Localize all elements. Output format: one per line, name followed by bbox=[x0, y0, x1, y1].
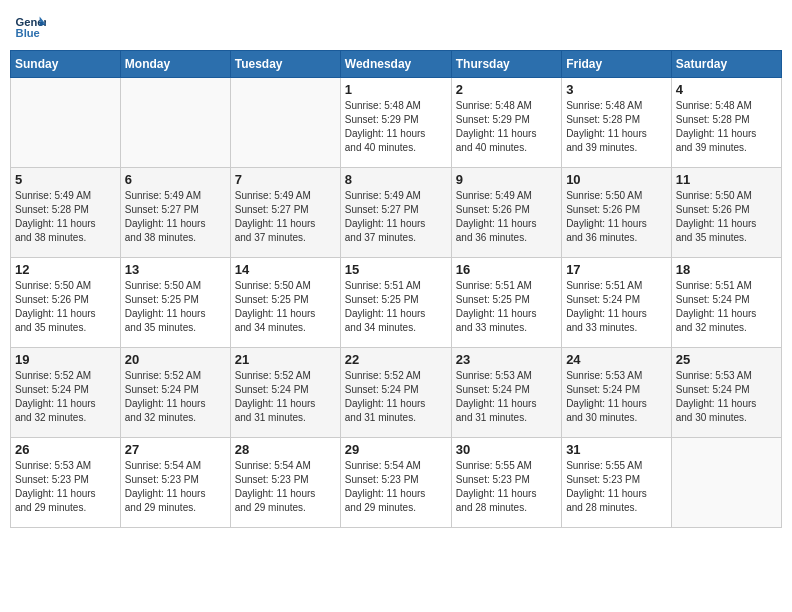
day-number: 24 bbox=[566, 352, 667, 367]
logo-icon: General Blue bbox=[14, 10, 46, 42]
day-number: 2 bbox=[456, 82, 557, 97]
day-number: 21 bbox=[235, 352, 336, 367]
calendar-cell: 13Sunrise: 5:50 AM Sunset: 5:25 PM Dayli… bbox=[120, 258, 230, 348]
day-number: 3 bbox=[566, 82, 667, 97]
day-info: Sunrise: 5:54 AM Sunset: 5:23 PM Dayligh… bbox=[345, 459, 447, 515]
calendar-cell: 15Sunrise: 5:51 AM Sunset: 5:25 PM Dayli… bbox=[340, 258, 451, 348]
day-number: 16 bbox=[456, 262, 557, 277]
day-info: Sunrise: 5:49 AM Sunset: 5:27 PM Dayligh… bbox=[235, 189, 336, 245]
day-info: Sunrise: 5:52 AM Sunset: 5:24 PM Dayligh… bbox=[125, 369, 226, 425]
calendar-cell: 31Sunrise: 5:55 AM Sunset: 5:23 PM Dayli… bbox=[562, 438, 672, 528]
day-number: 28 bbox=[235, 442, 336, 457]
calendar-cell: 9Sunrise: 5:49 AM Sunset: 5:26 PM Daylig… bbox=[451, 168, 561, 258]
calendar-cell bbox=[120, 78, 230, 168]
day-number: 20 bbox=[125, 352, 226, 367]
col-header-friday: Friday bbox=[562, 51, 672, 78]
day-number: 6 bbox=[125, 172, 226, 187]
day-number: 8 bbox=[345, 172, 447, 187]
col-header-thursday: Thursday bbox=[451, 51, 561, 78]
calendar-cell: 19Sunrise: 5:52 AM Sunset: 5:24 PM Dayli… bbox=[11, 348, 121, 438]
day-number: 1 bbox=[345, 82, 447, 97]
calendar-cell: 23Sunrise: 5:53 AM Sunset: 5:24 PM Dayli… bbox=[451, 348, 561, 438]
col-header-wednesday: Wednesday bbox=[340, 51, 451, 78]
day-number: 14 bbox=[235, 262, 336, 277]
day-info: Sunrise: 5:51 AM Sunset: 5:24 PM Dayligh… bbox=[676, 279, 777, 335]
day-info: Sunrise: 5:53 AM Sunset: 5:24 PM Dayligh… bbox=[566, 369, 667, 425]
day-info: Sunrise: 5:48 AM Sunset: 5:29 PM Dayligh… bbox=[345, 99, 447, 155]
day-number: 9 bbox=[456, 172, 557, 187]
day-info: Sunrise: 5:48 AM Sunset: 5:28 PM Dayligh… bbox=[676, 99, 777, 155]
day-number: 12 bbox=[15, 262, 116, 277]
calendar-cell: 30Sunrise: 5:55 AM Sunset: 5:23 PM Dayli… bbox=[451, 438, 561, 528]
day-info: Sunrise: 5:53 AM Sunset: 5:24 PM Dayligh… bbox=[456, 369, 557, 425]
day-info: Sunrise: 5:50 AM Sunset: 5:25 PM Dayligh… bbox=[235, 279, 336, 335]
calendar-week-1: 1Sunrise: 5:48 AM Sunset: 5:29 PM Daylig… bbox=[11, 78, 782, 168]
day-info: Sunrise: 5:50 AM Sunset: 5:26 PM Dayligh… bbox=[676, 189, 777, 245]
day-info: Sunrise: 5:48 AM Sunset: 5:29 PM Dayligh… bbox=[456, 99, 557, 155]
svg-text:Blue: Blue bbox=[16, 27, 40, 39]
calendar-cell bbox=[671, 438, 781, 528]
calendar-cell: 27Sunrise: 5:54 AM Sunset: 5:23 PM Dayli… bbox=[120, 438, 230, 528]
day-info: Sunrise: 5:53 AM Sunset: 5:24 PM Dayligh… bbox=[676, 369, 777, 425]
calendar-cell: 29Sunrise: 5:54 AM Sunset: 5:23 PM Dayli… bbox=[340, 438, 451, 528]
day-info: Sunrise: 5:49 AM Sunset: 5:28 PM Dayligh… bbox=[15, 189, 116, 245]
calendar-week-2: 5Sunrise: 5:49 AM Sunset: 5:28 PM Daylig… bbox=[11, 168, 782, 258]
day-number: 17 bbox=[566, 262, 667, 277]
calendar-cell: 24Sunrise: 5:53 AM Sunset: 5:24 PM Dayli… bbox=[562, 348, 672, 438]
day-info: Sunrise: 5:52 AM Sunset: 5:24 PM Dayligh… bbox=[235, 369, 336, 425]
day-info: Sunrise: 5:48 AM Sunset: 5:28 PM Dayligh… bbox=[566, 99, 667, 155]
calendar-cell: 5Sunrise: 5:49 AM Sunset: 5:28 PM Daylig… bbox=[11, 168, 121, 258]
day-number: 25 bbox=[676, 352, 777, 367]
calendar-cell: 2Sunrise: 5:48 AM Sunset: 5:29 PM Daylig… bbox=[451, 78, 561, 168]
day-number: 11 bbox=[676, 172, 777, 187]
calendar-cell: 18Sunrise: 5:51 AM Sunset: 5:24 PM Dayli… bbox=[671, 258, 781, 348]
day-number: 5 bbox=[15, 172, 116, 187]
day-info: Sunrise: 5:51 AM Sunset: 5:24 PM Dayligh… bbox=[566, 279, 667, 335]
day-number: 7 bbox=[235, 172, 336, 187]
day-number: 22 bbox=[345, 352, 447, 367]
calendar-cell: 12Sunrise: 5:50 AM Sunset: 5:26 PM Dayli… bbox=[11, 258, 121, 348]
calendar-cell: 10Sunrise: 5:50 AM Sunset: 5:26 PM Dayli… bbox=[562, 168, 672, 258]
day-info: Sunrise: 5:55 AM Sunset: 5:23 PM Dayligh… bbox=[456, 459, 557, 515]
calendar-cell: 8Sunrise: 5:49 AM Sunset: 5:27 PM Daylig… bbox=[340, 168, 451, 258]
calendar-cell: 26Sunrise: 5:53 AM Sunset: 5:23 PM Dayli… bbox=[11, 438, 121, 528]
calendar-cell: 7Sunrise: 5:49 AM Sunset: 5:27 PM Daylig… bbox=[230, 168, 340, 258]
day-number: 15 bbox=[345, 262, 447, 277]
day-number: 4 bbox=[676, 82, 777, 97]
day-number: 13 bbox=[125, 262, 226, 277]
calendar-week-4: 19Sunrise: 5:52 AM Sunset: 5:24 PM Dayli… bbox=[11, 348, 782, 438]
day-info: Sunrise: 5:49 AM Sunset: 5:27 PM Dayligh… bbox=[345, 189, 447, 245]
day-info: Sunrise: 5:50 AM Sunset: 5:26 PM Dayligh… bbox=[15, 279, 116, 335]
day-info: Sunrise: 5:49 AM Sunset: 5:26 PM Dayligh… bbox=[456, 189, 557, 245]
col-header-monday: Monday bbox=[120, 51, 230, 78]
calendar-week-5: 26Sunrise: 5:53 AM Sunset: 5:23 PM Dayli… bbox=[11, 438, 782, 528]
calendar-cell: 21Sunrise: 5:52 AM Sunset: 5:24 PM Dayli… bbox=[230, 348, 340, 438]
day-info: Sunrise: 5:54 AM Sunset: 5:23 PM Dayligh… bbox=[235, 459, 336, 515]
day-number: 29 bbox=[345, 442, 447, 457]
calendar-table: SundayMondayTuesdayWednesdayThursdayFrid… bbox=[10, 50, 782, 528]
calendar-cell: 14Sunrise: 5:50 AM Sunset: 5:25 PM Dayli… bbox=[230, 258, 340, 348]
logo: General Blue bbox=[14, 10, 50, 42]
day-number: 31 bbox=[566, 442, 667, 457]
day-number: 26 bbox=[15, 442, 116, 457]
calendar-cell: 3Sunrise: 5:48 AM Sunset: 5:28 PM Daylig… bbox=[562, 78, 672, 168]
day-info: Sunrise: 5:53 AM Sunset: 5:23 PM Dayligh… bbox=[15, 459, 116, 515]
calendar-cell: 17Sunrise: 5:51 AM Sunset: 5:24 PM Dayli… bbox=[562, 258, 672, 348]
day-info: Sunrise: 5:54 AM Sunset: 5:23 PM Dayligh… bbox=[125, 459, 226, 515]
day-info: Sunrise: 5:52 AM Sunset: 5:24 PM Dayligh… bbox=[345, 369, 447, 425]
calendar-cell: 1Sunrise: 5:48 AM Sunset: 5:29 PM Daylig… bbox=[340, 78, 451, 168]
day-info: Sunrise: 5:55 AM Sunset: 5:23 PM Dayligh… bbox=[566, 459, 667, 515]
calendar-cell: 22Sunrise: 5:52 AM Sunset: 5:24 PM Dayli… bbox=[340, 348, 451, 438]
calendar-cell bbox=[230, 78, 340, 168]
calendar-cell: 16Sunrise: 5:51 AM Sunset: 5:25 PM Dayli… bbox=[451, 258, 561, 348]
day-number: 19 bbox=[15, 352, 116, 367]
day-info: Sunrise: 5:51 AM Sunset: 5:25 PM Dayligh… bbox=[345, 279, 447, 335]
day-number: 18 bbox=[676, 262, 777, 277]
day-info: Sunrise: 5:50 AM Sunset: 5:26 PM Dayligh… bbox=[566, 189, 667, 245]
day-info: Sunrise: 5:49 AM Sunset: 5:27 PM Dayligh… bbox=[125, 189, 226, 245]
col-header-saturday: Saturday bbox=[671, 51, 781, 78]
day-number: 27 bbox=[125, 442, 226, 457]
day-info: Sunrise: 5:51 AM Sunset: 5:25 PM Dayligh… bbox=[456, 279, 557, 335]
calendar-cell: 25Sunrise: 5:53 AM Sunset: 5:24 PM Dayli… bbox=[671, 348, 781, 438]
day-info: Sunrise: 5:52 AM Sunset: 5:24 PM Dayligh… bbox=[15, 369, 116, 425]
